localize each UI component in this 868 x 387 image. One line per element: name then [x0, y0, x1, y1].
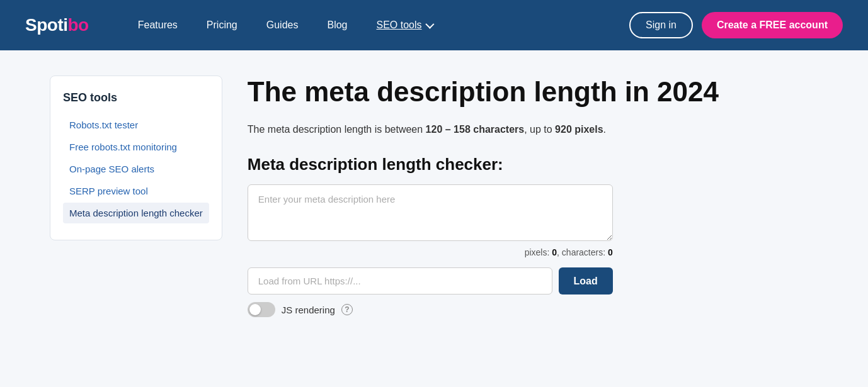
nav-blog[interactable]: Blog [316, 13, 358, 37]
content-area: The meta description length in 2024 The … [248, 76, 818, 317]
pixels-value: 0 [552, 247, 557, 257]
help-icon[interactable]: ? [341, 304, 353, 315]
logo-text: Spotibo [25, 15, 89, 35]
nav-seo-tools[interactable]: SEO tools [365, 13, 443, 37]
meta-description-textarea[interactable] [248, 184, 613, 241]
toggle-knob [249, 304, 261, 315]
main-nav: Features Pricing Guides Blog SEO tools [127, 13, 629, 37]
description-text: The meta description length is between 1… [248, 121, 818, 138]
js-rendering-toggle[interactable] [248, 302, 275, 317]
nav-guides[interactable]: Guides [255, 13, 310, 37]
sidebar-item-serp-preview[interactable]: SERP preview tool [63, 181, 209, 201]
checker-title: Meta description length checker: [248, 155, 818, 174]
load-button[interactable]: Load [559, 267, 613, 294]
sidebar-item-onpage-seo[interactable]: On-page SEO alerts [63, 159, 209, 179]
nav-pricing[interactable]: Pricing [195, 13, 249, 37]
sidebar: SEO tools Robots.txt tester Free robots.… [50, 76, 222, 240]
chevron-down-icon [425, 20, 434, 29]
js-rendering-label: JS rendering [282, 305, 335, 315]
url-load-row: Load [248, 267, 613, 294]
nav-features[interactable]: Features [127, 13, 189, 37]
sidebar-item-robots-tester[interactable]: Robots.txt tester [63, 115, 209, 135]
page-title: The meta description length in 2024 [248, 76, 818, 109]
logo[interactable]: Spotibo [25, 15, 89, 35]
characters-value: 0 [608, 247, 613, 257]
main-container: SEO tools Robots.txt tester Free robots.… [25, 76, 843, 317]
sidebar-title: SEO tools [63, 91, 209, 104]
create-account-button[interactable]: Create a FREE account [702, 12, 843, 38]
sidebar-item-robots-monitoring[interactable]: Free robots.txt monitoring [63, 137, 209, 157]
js-rendering-row: JS rendering ? [248, 302, 818, 317]
url-input[interactable] [248, 267, 552, 294]
header-actions: Sign in Create a FREE account [629, 12, 843, 38]
sidebar-item-meta-description[interactable]: Meta description length checker [63, 203, 209, 223]
signin-button[interactable]: Sign in [629, 12, 693, 38]
pixel-count-display: pixels: 0, characters: 0 [248, 247, 613, 257]
